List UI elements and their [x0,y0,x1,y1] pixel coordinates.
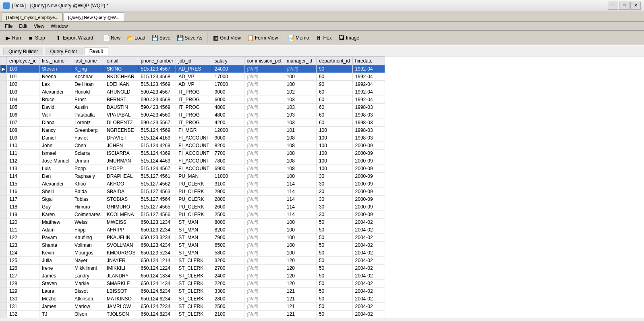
table-row[interactable]: 123ShantaVollmanSVOLLMAN650.123.4234ST_M… [0,242,385,249]
cell-commission_pct: (Null) [244,288,284,295]
col-manager-id[interactable]: manager_id [284,57,316,65]
menu-file[interactable]: File [2,23,16,30]
cell-first_name: Ismael [39,150,72,157]
cell-job_id: ST_CLERK [176,288,212,295]
export-wizard-button[interactable]: ⬆ Export Wizard [52,32,96,44]
table-row[interactable]: 116ShelliBaidaSBAIDA515.127.4563PU_CLERK… [0,188,385,196]
cell-manager_id: 102 [284,88,316,96]
table-row[interactable]: 103AlexanderHunoldAHUNOLD590.423.4567IT_… [0,88,385,96]
cell-hiredate: 1992-04 [352,73,385,81]
table-row[interactable]: 105DavidAustinDAUSTIN590.423.4569IT_PROG… [0,104,385,111]
cell-phone_number: 590.423.4567 [138,88,176,96]
table-row[interactable]: 129LauraBissotLBISSOT650.124.5234ST_CLER… [0,288,385,295]
table-row[interactable]: 107DianaLorentzDLORENTZ590.423.5567IT_PR… [0,119,385,127]
table-row[interactable]: ▶100StevenK_ingSKING515.123.4567AD_PRES2… [0,65,385,73]
stop-button[interactable]: ■ Stop [25,32,48,44]
table-row[interactable]: 120MatthewWeissMWEISS650.123.1234ST_MAN8… [0,219,385,226]
cell-first_name: Valli [39,111,72,119]
load-button[interactable]: 📂 Load [124,32,148,44]
table-row[interactable]: 101NeenaKochharNKOCHHAR515.123.4568AD_VP… [0,73,385,81]
table-row[interactable]: 130MozheAtkinsonMATKINSO650.124.6234ST_C… [0,295,385,303]
table-row[interactable]: 125JuliaNayerJNAYER650.124.1214ST_CLERK3… [0,257,385,265]
cell-job_id: PU_CLERK [176,196,212,203]
table-row[interactable]: 109DanielFavietDFAVIET515.124.4169FI_ACC… [0,134,385,142]
cell-employee_id: 100 [7,65,39,73]
save-button[interactable]: 💾 Save [149,32,173,44]
table-row[interactable]: 115AlexanderKhooAKHOO515.127.4562PU_CLER… [0,180,385,188]
table-row[interactable]: 132TJOlsonTJOLSON650.124.8234ST_CLERK210… [0,311,385,318]
col-commission-pct[interactable]: commission_pct [244,57,284,65]
col-hiredate[interactable]: hiredate [352,57,385,65]
grid-view-button[interactable]: ▦ Grid View [209,32,244,44]
table-row[interactable]: 127JamesLandryJLANDRY650.124.1334ST_CLER… [0,272,385,280]
run-button[interactable]: ▶ Run [2,32,24,44]
col-employee-id[interactable]: employee_id [7,57,39,65]
col-department-id[interactable]: department_id [316,57,352,65]
table-row[interactable]: 112Jose ManuelUrmanJMURMAN515.124.4469FI… [0,157,385,165]
result-table-container[interactable]: employee_id first_name last_name email p… [0,56,644,318]
table-row[interactable]: 113LuisPoppLPOPP515.124.4567FI_ACCOUNT69… [0,165,385,173]
col-job-id[interactable]: job_id [176,57,212,65]
table-row[interactable]: 106ValliPataballaVPATABAL590.423.4560IT_… [0,111,385,119]
cell-manager_id: 108 [284,150,316,157]
table-row[interactable]: 108NancyGreenbergNGREENBE515.124.4569FI_… [0,127,385,134]
col-email[interactable]: email [104,57,138,65]
cell-email: NGREENBE [104,127,138,134]
col-phone-number[interactable]: phone_number [138,57,176,65]
cell-job_id: ST_CLERK [176,295,212,303]
restore-button[interactable]: □ [619,2,630,10]
menu-view[interactable]: View [31,23,48,30]
col-first-name[interactable]: first_name [39,57,72,65]
cell-hiredate: 2000-09 [352,188,385,196]
tab-query[interactable]: [Query] New Query @W... [64,13,124,21]
cell-department_id: 50 [316,234,352,242]
menu-edit[interactable]: Edit [16,23,31,30]
table-row[interactable]: 117SigalTobiasSTOBIAS515.127.4564PU_CLER… [0,196,385,203]
cell-commission_pct: (Null) [244,265,284,272]
table-row[interactable]: 131JamesMarlowJAMRLOW650.124.7234ST_CLER… [0,303,385,311]
table-row[interactable]: 119KarenColmenaresKCOLMENA515.127.4566PU… [0,211,385,219]
cell-manager_id: 108 [284,142,316,150]
table-row[interactable]: 121AdamFrippAFRIPP650.123.2234ST_MAN8200… [0,226,385,234]
new-label: New [111,35,120,41]
cell-email: JAMRLOW [104,303,138,311]
image-button[interactable]: 🖼 Image [335,32,362,44]
table-row[interactable]: 118GuyHimuroGHIMURO515.127.4565PU_CLERK2… [0,203,385,211]
save-as-button[interactable]: 💾 Save As [174,32,205,44]
cell-salary: 8000 [212,219,244,226]
table-row[interactable]: 111IsmaelSciarraISCIARRA515.124.4369FI_A… [0,150,385,157]
cell-first_name: Julia [39,257,72,265]
cell-department_id: 50 [316,280,352,288]
cell-department_id: 60 [316,111,352,119]
table-row[interactable]: 110JohnChenJCHEN515.124.4269FI_ACCOUNT82… [0,142,385,150]
close-button[interactable]: ✕ [630,2,641,10]
cell-department_id: 60 [316,96,352,104]
cell-last_name: Vollman [72,242,104,249]
tab-query-builder[interactable]: Query Builder [3,48,43,55]
new-button[interactable]: 📄 New [100,32,123,44]
table-row[interactable]: 128StevenMarkleSMARKLE650.124.1434ST_CLE… [0,280,385,288]
cell-commission_pct: (Null) [244,88,284,96]
tab-result[interactable]: Result [84,47,108,55]
form-view-button[interactable]: 📋 Form View [244,32,281,44]
table-row[interactable]: 102LexDe HaanLDEHAAN515.123.4569AD_VP170… [0,81,385,88]
table-row[interactable]: 104BruceErnstBERNST590.423.4568IT_PROG60… [0,96,385,104]
minimize-button[interactable]: ─ [608,2,618,10]
table-row[interactable]: 114DenRaphaelyDRAPHEAL515.127.4561PU_MAN… [0,173,385,180]
tab-table[interactable]: [Table] t_mysql_employe... [2,13,63,21]
menu-window[interactable]: Window [48,23,71,30]
hex-button[interactable]: H Hex [313,32,334,44]
col-salary[interactable]: salary [212,57,244,65]
table-row[interactable]: 124KevinMourgosKMOURGOS650.123.5234ST_MA… [0,249,385,257]
cell-department_id: 100 [316,150,352,157]
table-row[interactable]: 122PayamKauflingPKAUFLIN650.123.3234ST_M… [0,234,385,242]
cell-email: DLORENTZ [104,119,138,127]
table-row[interactable]: 126IreneMikkilineniIMIKKILI650.124.1224S… [0,265,385,272]
tab-query-editor[interactable]: Query Editor [45,48,82,55]
cell-manager_id: 121 [284,311,316,318]
cell-job_id: ST_MAN [176,219,212,226]
col-last-name[interactable]: last_name [72,57,104,65]
memo-button[interactable]: 📝 Memo [285,32,312,44]
cell-first_name: Daniel [39,134,72,142]
cell-email: SBAIDA [104,188,138,196]
